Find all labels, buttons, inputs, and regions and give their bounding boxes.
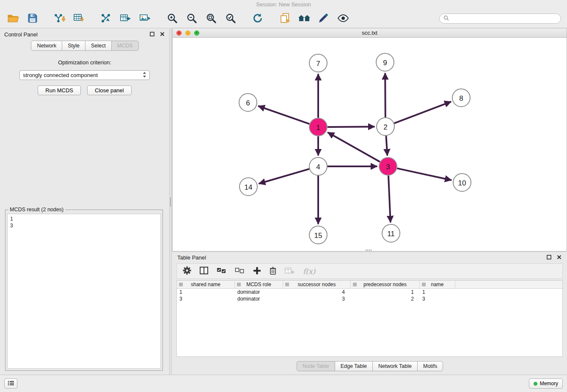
network-graph-canvas[interactable]: 7968124314101511 — [173, 38, 567, 251]
export-image-button[interactable] — [138, 11, 152, 26]
table-cell[interactable]: 3 — [177, 295, 235, 302]
graph-edge-3-11[interactable] — [388, 176, 391, 222]
float-panel-button[interactable] — [149, 31, 155, 37]
status-bar: Memory — [0, 375, 567, 392]
search-box[interactable] — [439, 14, 561, 24]
graph-node-3[interactable]: 3 — [379, 157, 397, 175]
table-cell[interactable]: 1 — [177, 289, 235, 295]
close-icon — [557, 254, 561, 261]
window-title: Session: New Session — [256, 1, 311, 8]
zoom-out-button[interactable] — [184, 11, 199, 26]
home-layout-button[interactable] — [297, 11, 311, 26]
graph-node-1[interactable]: 1 — [309, 118, 327, 136]
dropdown-arrows-icon — [143, 72, 146, 79]
table-cell[interactable]: 3 — [420, 295, 455, 302]
table-cell[interactable]: dominator — [235, 289, 283, 295]
graph-node-9[interactable]: 9 — [376, 53, 394, 71]
criterion-dropdown[interactable]: strongly connected component — [19, 70, 150, 80]
graph-node-2[interactable]: 2 — [377, 118, 394, 135]
graph-node-10[interactable]: 10 — [453, 174, 471, 191]
table-cell[interactable]: 2 — [351, 295, 420, 302]
graph-node-4[interactable]: 4 — [309, 157, 327, 175]
tab-edge-table[interactable]: Edge Table — [335, 361, 373, 371]
select-all-button[interactable] — [217, 266, 226, 277]
graph-node-6[interactable]: 6 — [239, 94, 257, 111]
add-column-button[interactable] — [253, 266, 261, 277]
column-header-MCDS-role[interactable]: MCDS role — [235, 281, 283, 288]
graph-node-14[interactable]: 14 — [239, 178, 257, 196]
close-panel-button[interactable] — [159, 31, 165, 37]
tab-style[interactable]: Style — [62, 41, 85, 51]
graph-edge-4-14[interactable] — [259, 169, 309, 183]
search-input[interactable] — [451, 16, 557, 22]
table-cell[interactable]: 3 — [283, 295, 351, 302]
close-window-button[interactable]: × — [176, 30, 182, 36]
zoom-fit-button[interactable] — [204, 11, 218, 26]
close-table-panel-button[interactable] — [556, 254, 562, 260]
column-type-icon — [353, 283, 357, 286]
import-table-button[interactable] — [72, 11, 86, 26]
minimize-window-button[interactable]: – — [185, 30, 190, 36]
memory-status-icon — [534, 382, 537, 386]
column-header-successor-nodes[interactable]: successor nodes — [283, 281, 351, 288]
graph-edge-2-3[interactable] — [386, 136, 388, 155]
export-table-button[interactable] — [118, 11, 133, 26]
show-columns-button[interactable] — [200, 266, 208, 277]
network-view-window: × – + scc.txt 7968124314101511 — [172, 28, 567, 251]
float-table-panel-button[interactable] — [546, 254, 552, 260]
run-mcds-button[interactable]: Run MCDS — [38, 86, 81, 95]
export-network-button[interactable] — [99, 11, 113, 26]
zoom-in-button[interactable] — [165, 11, 179, 26]
graph-edge-2-9[interactable] — [385, 74, 385, 117]
column-header-shared-name[interactable]: shared name — [177, 281, 235, 288]
graph-edge-1-2[interactable] — [328, 127, 374, 127]
close-panel-action-button[interactable]: Close panel — [87, 86, 132, 95]
import-network-icon — [54, 13, 66, 25]
graph-node-15[interactable]: 15 — [309, 226, 327, 244]
memory-button[interactable]: Memory — [529, 378, 563, 389]
graph-edge-3-1[interactable] — [328, 133, 380, 161]
table-cell[interactable]: dominator — [235, 295, 283, 302]
mcds-result-list[interactable]: 13 — [7, 214, 161, 369]
maximize-window-button[interactable]: + — [194, 30, 199, 36]
column-header-name[interactable]: name — [420, 281, 455, 288]
table-cell[interactable]: 1 — [420, 289, 455, 295]
status-menu-button[interactable] — [4, 378, 17, 389]
table-cell[interactable]: 4 — [283, 289, 351, 295]
graph-node-11[interactable]: 11 — [382, 224, 400, 242]
delete-table-button[interactable] — [285, 266, 295, 277]
zoom-selected-button[interactable] — [223, 11, 238, 26]
network-window-titlebar[interactable]: × – + scc.txt — [173, 28, 567, 38]
float-window-icon — [150, 31, 154, 38]
graph-edge-2-8[interactable] — [395, 102, 451, 123]
graph-node-7[interactable]: 7 — [309, 54, 327, 72]
graph-node-8[interactable]: 8 — [452, 89, 470, 107]
open-session-button[interactable] — [6, 11, 20, 26]
deselect-all-button[interactable] — [235, 266, 245, 277]
tab-motifs[interactable]: Motifs — [417, 361, 443, 371]
mcds-result-title: MCDS result (2 nodes) — [8, 207, 65, 213]
refresh-layout-button[interactable] — [250, 11, 265, 26]
column-header-predecessor-nodes[interactable]: predecessor nodes — [351, 281, 420, 288]
horizontal-splitter-grip[interactable] — [366, 249, 372, 251]
graph-edge-1-6[interactable] — [259, 106, 309, 124]
save-session-button[interactable] — [25, 11, 40, 26]
import-network-button[interactable] — [52, 11, 67, 26]
table-cell[interactable]: 1 — [351, 289, 420, 295]
tab-network-table[interactable]: Network Table — [372, 361, 418, 371]
graph-edge-3-10[interactable] — [398, 168, 451, 180]
apply-style-button[interactable] — [317, 11, 331, 26]
vertical-splitter[interactable] — [169, 29, 172, 375]
table-row[interactable]: 3dominator323 — [177, 295, 562, 302]
function-builder-button[interactable]: f(x) — [303, 266, 315, 277]
tab-select[interactable]: Select — [85, 41, 112, 51]
zoom-selected-icon — [225, 13, 236, 25]
tab-mcds[interactable]: MCDS — [111, 41, 139, 51]
show-hide-button[interactable] — [336, 11, 350, 26]
copy-style-button[interactable] — [278, 11, 292, 26]
table-settings-button[interactable] — [183, 266, 191, 277]
tab-network[interactable]: Network — [31, 41, 62, 51]
table-row[interactable]: 1dominator411 — [177, 289, 562, 295]
tab-node-table[interactable]: Node Table — [297, 361, 335, 371]
delete-column-button[interactable] — [270, 266, 276, 277]
